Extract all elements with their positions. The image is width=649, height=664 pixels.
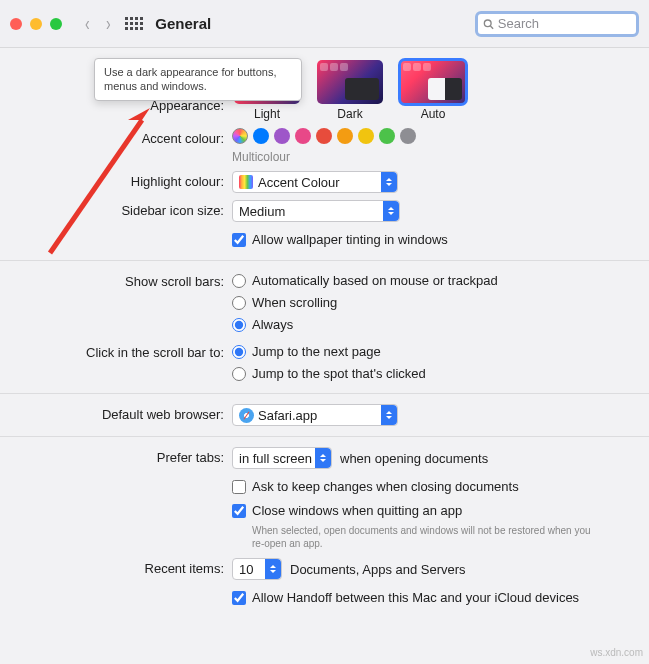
accent-value-label: Multicolour bbox=[232, 150, 649, 164]
iconsize-row: Sidebar icon size: Medium bbox=[0, 200, 649, 222]
auto-thumb-icon bbox=[400, 60, 466, 104]
accent-blue[interactable] bbox=[253, 128, 269, 144]
accent-graphite[interactable] bbox=[400, 128, 416, 144]
wallpaper-row: Allow wallpaper tinting in windows bbox=[0, 229, 649, 250]
handoff-row: Allow Handoff between this Mac and your … bbox=[0, 587, 649, 608]
accent-red[interactable] bbox=[316, 128, 332, 144]
click-jump-next-radio[interactable]: Jump to the next page bbox=[232, 344, 381, 359]
highlight-swatch-icon bbox=[239, 175, 253, 189]
accent-row: Accent colour: Multicolour bbox=[0, 128, 649, 164]
watermark: ws.xdn.com bbox=[590, 647, 643, 658]
recent-select[interactable]: 10 bbox=[232, 558, 282, 580]
browser-label: Default web browser: bbox=[0, 404, 232, 426]
accent-orange[interactable] bbox=[337, 128, 353, 144]
accent-green[interactable] bbox=[379, 128, 395, 144]
dark-thumb-icon bbox=[317, 60, 383, 104]
scrollbars-row: Show scroll bars: Automatically based on… bbox=[0, 271, 649, 334]
accent-yellow[interactable] bbox=[358, 128, 374, 144]
divider bbox=[0, 260, 649, 261]
browser-row: Default web browser: Safari.app bbox=[0, 404, 649, 426]
wallpaper-tint-checkbox[interactable]: Allow wallpaper tinting in windows bbox=[232, 232, 448, 247]
appearance-auto[interactable]: Auto bbox=[398, 60, 468, 121]
accent-swatches bbox=[232, 128, 416, 144]
close-windows-subtext: When selected, open documents and window… bbox=[252, 524, 592, 550]
zoom-window-button[interactable] bbox=[50, 18, 62, 30]
recent-row: Recent items: 10 Documents, Apps and Ser… bbox=[0, 558, 649, 580]
tabs-suffix: when opening documents bbox=[340, 451, 488, 466]
highlight-select[interactable]: Accent Colour bbox=[232, 171, 398, 193]
svg-line-1 bbox=[490, 26, 493, 29]
traffic-lights bbox=[10, 18, 62, 30]
click-row: Click in the scroll bar to: Jump to the … bbox=[0, 342, 649, 383]
appearance-dark[interactable]: Dark bbox=[315, 60, 385, 121]
close-windows-checkbox[interactable]: Close windows when quitting an app bbox=[232, 503, 462, 518]
click-jump-spot-radio[interactable]: Jump to the spot that's clicked bbox=[232, 366, 426, 381]
titlebar: ‹ › General bbox=[0, 0, 649, 48]
back-button[interactable]: ‹ bbox=[85, 12, 90, 35]
chevron-updown-icon bbox=[315, 448, 331, 468]
close-window-button[interactable] bbox=[10, 18, 22, 30]
browser-select[interactable]: Safari.app bbox=[232, 404, 398, 426]
tabs-label: Prefer tabs: bbox=[0, 447, 232, 469]
chevron-updown-icon bbox=[265, 559, 281, 579]
search-input[interactable] bbox=[498, 16, 631, 31]
accent-purple[interactable] bbox=[274, 128, 290, 144]
highlight-label: Highlight colour: bbox=[0, 171, 232, 193]
ask-changes-checkbox[interactable]: Ask to keep changes when closing documen… bbox=[232, 479, 519, 494]
tabs-select[interactable]: in full screen bbox=[232, 447, 332, 469]
scroll-auto-radio[interactable]: Automatically based on mouse or trackpad bbox=[232, 273, 498, 288]
search-icon bbox=[483, 18, 494, 30]
show-all-prefs-icon[interactable] bbox=[125, 17, 143, 30]
accent-pink[interactable] bbox=[295, 128, 311, 144]
handoff-checkbox[interactable]: Allow Handoff between this Mac and your … bbox=[232, 590, 579, 605]
search-field-wrap[interactable] bbox=[475, 11, 639, 37]
iconsize-select[interactable]: Medium bbox=[232, 200, 400, 222]
accent-multicolour[interactable] bbox=[232, 128, 248, 144]
scroll-when-radio[interactable]: When scrolling bbox=[232, 295, 337, 310]
nav-back-forward: ‹ › bbox=[84, 12, 111, 35]
tabs-row: Prefer tabs: in full screen when opening… bbox=[0, 447, 649, 469]
recent-suffix: Documents, Apps and Servers bbox=[290, 562, 466, 577]
scroll-always-radio[interactable]: Always bbox=[232, 317, 293, 332]
minimize-window-button[interactable] bbox=[30, 18, 42, 30]
scrollbars-label: Show scroll bars: bbox=[0, 271, 232, 334]
chevron-updown-icon bbox=[381, 405, 397, 425]
window-title: General bbox=[155, 15, 211, 32]
ask-row: Ask to keep changes when closing documen… bbox=[0, 476, 649, 550]
highlight-row: Highlight colour: Accent Colour bbox=[0, 171, 649, 193]
iconsize-label: Sidebar icon size: bbox=[0, 200, 232, 222]
appearance-tooltip: Use a dark appearance for buttons, menus… bbox=[94, 58, 302, 101]
chevron-updown-icon bbox=[381, 172, 397, 192]
divider bbox=[0, 436, 649, 437]
divider bbox=[0, 393, 649, 394]
forward-button[interactable]: › bbox=[106, 12, 111, 35]
svg-point-0 bbox=[484, 19, 491, 26]
accent-label: Accent colour: bbox=[0, 128, 232, 164]
click-label: Click in the scroll bar to: bbox=[0, 342, 232, 383]
safari-icon bbox=[239, 408, 254, 423]
chevron-updown-icon bbox=[383, 201, 399, 221]
recent-label: Recent items: bbox=[0, 558, 232, 580]
